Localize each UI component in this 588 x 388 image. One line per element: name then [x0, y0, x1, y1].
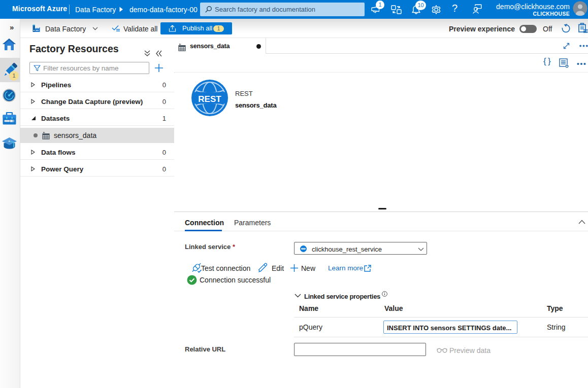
svg-text:REST: REST — [198, 94, 221, 104]
